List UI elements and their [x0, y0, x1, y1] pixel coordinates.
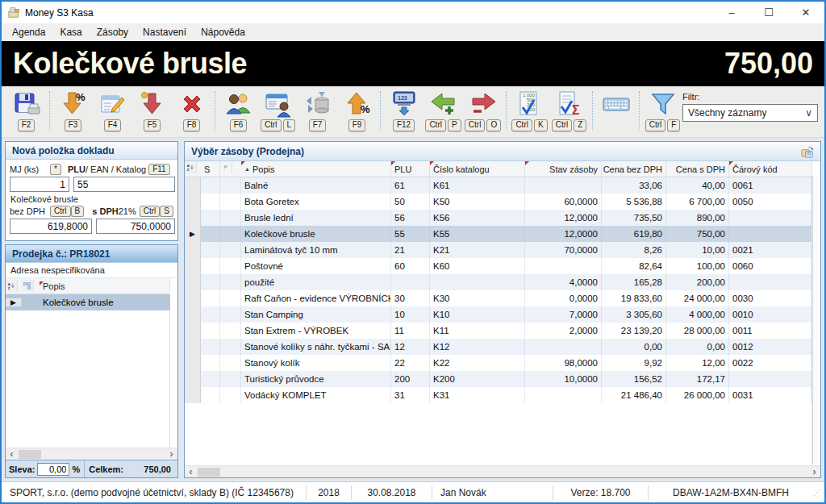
stock-row[interactable]: Laminátová tyč 10 mm21K2170,00008,2610,0… — [185, 242, 811, 258]
col-header-cena-bez[interactable]: Cena bez DPH — [602, 161, 666, 177]
cell-popis: Stanové kolíky s náhr. tyčkami - SADA — [241, 339, 391, 355]
stock-row[interactable]: Brusle lední56K5612,0000735,50890,00 — [185, 210, 811, 226]
sort-az-icon[interactable]: AZ — [185, 161, 197, 173]
stock-row[interactable]: Vodácký KOMPLET31K3121 486,4026 000,0000… — [185, 387, 811, 403]
with-vat-s-key[interactable]: S — [160, 206, 173, 217]
toolbar-button-customer-card[interactable]: CtrlL — [258, 90, 298, 131]
menu-item-kasa[interactable]: Kasa — [52, 25, 89, 40]
filter-dropdown[interactable]: Všechny záznamy ∨ — [682, 104, 818, 122]
row-marker-icon — [185, 339, 201, 355]
toolbar-button-receipt-in[interactable]: CtrlP — [423, 90, 463, 131]
pos-display-banner: Kolečkové brusle 750,00 — [2, 41, 824, 86]
shortcut-keys: F9 — [348, 119, 366, 131]
col-header-s[interactable]: S — [201, 161, 220, 177]
cell-s — [201, 290, 220, 306]
discount-input[interactable] — [37, 463, 69, 476]
stock-hscrollbar[interactable]: ‹ › — [185, 465, 820, 477]
stock-row[interactable]: Stanový kolík22K2298,00009,9212,000022 — [185, 355, 811, 371]
toolbar-button-surcharge-up[interactable]: %F9 — [337, 90, 377, 131]
scroll-left-icon[interactable]: ‹ — [6, 449, 18, 460]
cell-plu: 22 — [391, 355, 430, 371]
stock-row[interactable]: použité4,0000165,28200,00 — [185, 274, 811, 290]
cell-popis: Stan Extrem - VÝROBEK — [241, 323, 391, 339]
scroll-left-icon[interactable]: ‹ — [185, 467, 197, 477]
card-stack-icon[interactable] — [800, 144, 814, 158]
stock-row[interactable]: Poštovné60K6082,64100,000060 — [185, 258, 811, 274]
cell-cena-s: 12,00 — [666, 355, 729, 371]
scroll-thumb[interactable] — [198, 468, 220, 477]
row-marker-icon — [185, 194, 201, 210]
sort-asc-icon: ▲ — [244, 166, 250, 172]
tree-view-icon[interactable] — [22, 280, 34, 292]
toolbar-button-edit-item[interactable]: F4 — [93, 90, 132, 131]
col-header-plu[interactable]: PLU — [391, 161, 430, 177]
menu-item-agenda[interactable]: Agenda — [5, 25, 52, 40]
menu-item-napoveda[interactable]: Nápověda — [194, 25, 252, 40]
menu-item-nastaveni[interactable]: Nastavení — [136, 25, 194, 40]
stock-row[interactable]: Bota Goretex50K5060,00005 536,886 700,00… — [185, 194, 811, 210]
sort-az-icon[interactable]: AZ — [6, 280, 18, 292]
with-vat-ctrl-key[interactable]: Ctrl — [140, 206, 161, 217]
col-header-stav[interactable]: Stav zásoby — [525, 161, 602, 177]
stock-row[interactable]: Stanové kolíky s náhr. tyčkami - SADA12K… — [185, 339, 811, 355]
col-header-cena-s[interactable]: Cena s DPH — [666, 161, 729, 177]
shortcut-keys: F5 — [144, 119, 161, 131]
stock-row[interactable]: Stan Extrem - VÝROBEK11K112,000023 139,2… — [185, 323, 811, 339]
receipt-popis-header[interactable]: Popis — [40, 281, 170, 291]
without-vat-b-key[interactable]: B — [71, 206, 85, 217]
menu-item-zasoby[interactable]: Zásoby — [90, 25, 136, 40]
new-item-labels-row: MJ (ks) * PLU / EAN / Katalog F11 — [10, 164, 173, 175]
stock-row[interactable]: Raft Caňon - evidence VÝROBNÍCH ČÍSE30K3… — [185, 290, 811, 306]
receipt-hscrollbar[interactable]: ‹ › — [6, 448, 177, 460]
status-version: Verze: 18.700 — [553, 485, 648, 500]
toolbar-button-filter[interactable]: CtrlF — [643, 90, 682, 131]
price-with-vat-input[interactable] — [96, 219, 175, 234]
new-item-panel-title: Nová položka dokladu — [12, 145, 115, 156]
scroll-right-icon[interactable]: › — [808, 467, 820, 477]
toolbar-button-save-print[interactable]: F2 — [6, 90, 46, 131]
price-without-vat-input[interactable] — [10, 219, 92, 234]
stock-vscrollbar[interactable] — [812, 176, 820, 464]
toolbar-button-address-persons[interactable]: F6 — [219, 90, 258, 131]
col-header-katalog[interactable]: Číslo katalogu — [430, 161, 525, 177]
stock-row[interactable]: Balné61K6133,0640,000061 — [185, 177, 811, 194]
col-header-carovy[interactable]: Čárový kód — [729, 161, 812, 177]
toolbar-button-cash-count[interactable]: 1 000500200100CtrlK — [510, 90, 549, 131]
scroll-right-icon[interactable]: › — [165, 449, 177, 460]
cell-carovy: 0021 — [729, 242, 811, 258]
toolbar-button-closing-sum[interactable]: ΣCtrlZ — [549, 90, 589, 131]
close-button[interactable]: ✕ — [787, 2, 824, 23]
cell-plu: 31 — [391, 387, 430, 403]
toolbar-button-delete[interactable]: F8 — [172, 90, 211, 131]
qty-input[interactable] — [10, 177, 69, 192]
toolbar-separator — [506, 91, 507, 130]
cell-carovy: 0060 — [729, 258, 811, 274]
toolbar-button-receipt-out[interactable]: CtrlO — [463, 90, 503, 131]
receipt-out-icon — [469, 90, 498, 119]
cell-plu: 11 — [391, 323, 430, 339]
stock-table-header: AZ S ▲ Popis PLU Číslo katalogu Stav zás… — [185, 161, 812, 177]
toolbar-button-insert-item[interactable]: F5 — [132, 90, 172, 131]
flag-icon[interactable] — [220, 161, 232, 173]
stock-row[interactable]: Turistický průvodce200K20010,0000156,521… — [185, 371, 811, 387]
cell-cena-bez: 3 305,60 — [602, 306, 666, 323]
toolbar-button-customer-display[interactable]: 123F12 — [384, 90, 423, 131]
stock-row[interactable]: Stan Camping10K107,00003 305,604 000,000… — [185, 306, 811, 323]
main-area: Nová položka dokladu MJ (ks) * PLU / EAN… — [2, 138, 824, 481]
plu-f11-key[interactable]: F11 — [148, 164, 170, 175]
vat-labels-row: bez DPH Ctrl B s DPH 21% Ctrl S — [10, 206, 173, 217]
plu-input[interactable] — [73, 177, 175, 192]
col-header-popis[interactable]: ▲ Popis — [241, 161, 391, 177]
cell-flag — [220, 339, 241, 355]
without-vat-ctrl-key[interactable]: Ctrl — [50, 206, 71, 217]
toolbar-button-keyboard[interactable] — [596, 90, 636, 131]
receipt-row[interactable]: ▶Kolečkové brusle — [6, 294, 170, 310]
toolbar-button-stock-transfer[interactable]: F7 — [298, 90, 337, 131]
qty-star-button[interactable]: * — [50, 164, 61, 175]
stock-row[interactable]: ▶Kolečkové brusle55K5512,0000619,80750,0… — [185, 226, 811, 242]
maximize-button[interactable]: ☐ — [750, 2, 787, 23]
cell-katalog — [430, 274, 525, 290]
minimize-button[interactable]: – — [713, 2, 750, 23]
toolbar-button-discount-down[interactable]: %F3 — [53, 90, 93, 131]
scroll-thumb[interactable] — [19, 450, 41, 459]
